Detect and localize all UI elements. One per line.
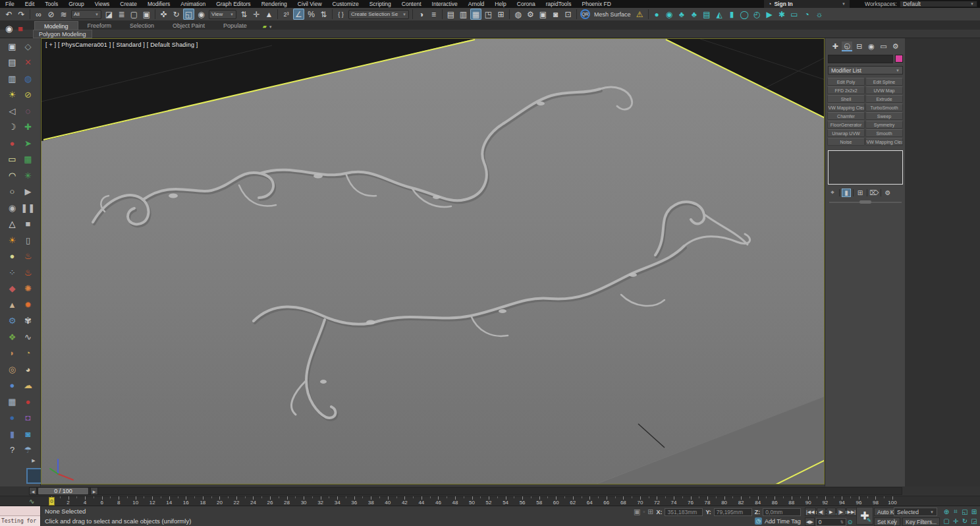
layer-manager-icon[interactable]: ▤ <box>445 9 456 20</box>
named-selection-set-dropdown[interactable]: Create Selection Se▼ <box>348 10 409 19</box>
delete-tool-icon[interactable]: ✕ <box>22 56 35 69</box>
note-icon[interactable]: ▭ <box>6 153 19 166</box>
menu-item-edit[interactable]: Edit <box>20 0 40 8</box>
modifier-button-sweep-9[interactable]: Sweep <box>865 112 903 120</box>
fire-icon[interactable]: ♨ <box>22 250 35 263</box>
track-bar[interactable]: ∿ 0 024681012141618202224262830323436384… <box>0 496 980 506</box>
set-key-button[interactable]: Set Key <box>874 517 900 526</box>
modifier-list-dropdown[interactable]: Modifier List ▼ <box>828 66 903 74</box>
gear-icon[interactable]: ⚙ <box>6 314 19 328</box>
modifier-button-edit-spline-1[interactable]: Edit Spline <box>865 78 903 86</box>
set-keys-button[interactable]: ✚✎ <box>856 507 873 525</box>
modifier-button-symmetry-11[interactable]: Symmetry <box>865 121 903 129</box>
menu-item-group[interactable]: Group <box>63 0 90 8</box>
modifier-button-extrude-5[interactable]: Extrude <box>865 95 903 103</box>
show-end-result-icon[interactable]: ▮ <box>842 189 851 197</box>
green-burst-icon[interactable]: ✳ <box>22 169 35 182</box>
hierarchy-tab[interactable]: ⊟ <box>854 42 865 51</box>
key-icon[interactable]: ⊙ <box>848 519 853 525</box>
zoom-icon[interactable]: ⊕ <box>942 507 951 516</box>
forest-pack-icon[interactable]: ♣ <box>676 9 688 20</box>
toggle-ribbon-icon[interactable]: ▦ <box>470 9 481 20</box>
leaf-icon[interactable]: ❖ <box>6 330 19 343</box>
menu-item-create[interactable]: Create <box>115 0 142 8</box>
burst-icon[interactable]: ✹ <box>22 298 35 311</box>
use-pivot-icon[interactable]: ⇅ <box>238 9 250 20</box>
teapot-icon[interactable]: ◉ <box>6 201 19 214</box>
red-orb-icon[interactable]: ● <box>22 395 35 408</box>
isolate-selection-icon[interactable]: ▣ <box>634 508 640 516</box>
modifier-button-edit-poly-0[interactable]: Edit Poly <box>827 78 865 86</box>
previous-frame-arrow[interactable]: ◀ <box>29 487 37 495</box>
maximize-viewport-icon[interactable]: ◲ <box>969 516 979 525</box>
light-lister-icon[interactable]: ● <box>651 9 663 20</box>
pin-stack-icon[interactable]: ⌖ <box>828 189 837 197</box>
toolbar-expand-icon[interactable]: ▶ <box>30 457 37 464</box>
blue-ball-icon[interactable]: ● <box>6 379 19 392</box>
spinner-snap-icon[interactable]: ⇅ <box>318 9 329 20</box>
tab-populate[interactable]: Populate <box>214 21 256 30</box>
lamp-tool-icon[interactable]: ☼ <box>814 9 825 20</box>
key-filters-button[interactable]: Key Filters... <box>902 517 940 526</box>
sun-positioner-icon[interactable]: ◉ <box>664 9 675 20</box>
zoom-extents-all-icon[interactable]: ⊞ <box>969 507 979 516</box>
sun-icon[interactable]: ☀ <box>6 233 19 247</box>
select-manipulate-icon[interactable]: ✛ <box>251 9 262 20</box>
next-frame-arrow[interactable]: ▶ <box>90 487 98 495</box>
display-panel-icon[interactable]: ▣ <box>6 40 19 53</box>
redo-icon[interactable]: ↷ <box>16 9 27 20</box>
object-name-field[interactable] <box>828 55 893 63</box>
y-coordinate-field[interactable]: 79,195mm <box>714 508 752 516</box>
curve-editor-icon[interactable]: ◳ <box>483 9 494 20</box>
current-frame-marker[interactable]: 0 <box>49 497 55 506</box>
door-tool-icon[interactable]: ▮ <box>726 9 738 20</box>
panel-tool-icon[interactable]: ▭ <box>789 9 800 20</box>
go-to-start-button[interactable]: |◀◀ <box>805 508 816 516</box>
menu-item-graph-editors[interactable]: Graph Editors <box>211 0 256 8</box>
orbit-icon[interactable]: ↻ <box>960 516 969 525</box>
modifier-button-turbosmooth-7[interactable]: TurboSmooth <box>865 103 903 111</box>
flame-icon[interactable]: ♨ <box>22 266 35 279</box>
modifier-button-noise-14[interactable]: Noise <box>827 138 865 146</box>
rect-select-region-icon[interactable]: ▢ <box>128 9 140 20</box>
modifier-button-ffd-2x2x2-2[interactable]: FFD 2x2x2 <box>827 86 865 94</box>
modifier-button-uvw-map-3[interactable]: UVW Map <box>865 86 903 94</box>
maxscript-mini-listener[interactable]: Testing for : <box>0 506 41 526</box>
selection-lock-icon[interactable]: ▫ <box>643 509 645 515</box>
spreadsheet-icon[interactable]: ▤ <box>6 56 19 69</box>
play-icon[interactable]: ▶ <box>22 185 35 198</box>
viewport-canvas[interactable] <box>41 39 825 484</box>
menu-item-views[interactable]: Views <box>90 0 115 8</box>
bind-spacewarp-icon[interactable]: ≋ <box>58 9 69 20</box>
red-cube-icon[interactable]: ■ <box>18 24 23 34</box>
tab-selection[interactable]: Selection <box>121 21 163 30</box>
menu-item-animation[interactable]: Animation <box>175 0 211 8</box>
scatter-icon[interactable]: ♣ <box>689 9 700 20</box>
zoom-region-icon[interactable]: ▢ <box>942 516 951 525</box>
tab-freeform[interactable]: Freeform <box>78 21 121 30</box>
container-icon[interactable]: ▮ <box>6 427 19 440</box>
rendered-frame-icon[interactable]: ▣ <box>537 9 549 20</box>
next-frame-button[interactable]: |▶ <box>836 508 846 516</box>
render-iterative-icon[interactable]: ⊡ <box>562 9 574 20</box>
transform-typein-icon[interactable]: ⊞ <box>647 508 653 516</box>
dome-icon[interactable]: ◠ <box>6 169 19 182</box>
measure-tool-icon[interactable]: ◔ <box>802 9 813 20</box>
pyramid-icon[interactable]: ▲ <box>6 298 19 311</box>
pause-icon[interactable]: ❚❚ <box>22 201 35 214</box>
select-move-icon[interactable]: ✜ <box>158 9 169 20</box>
moon-icon[interactable]: ☽ <box>6 121 19 134</box>
configure-modifier-icon[interactable]: ⚙ <box>883 189 892 197</box>
trash-icon[interactable]: ▯ <box>22 233 35 247</box>
scissors-icon[interactable]: ⊘ <box>22 88 35 102</box>
motion-tab[interactable]: ◉ <box>866 42 877 51</box>
umbrella-icon[interactable]: ☂ <box>22 444 35 457</box>
menu-item-rapidtools[interactable]: rapidTools <box>541 0 577 8</box>
make-unique-icon[interactable]: ⊞ <box>856 189 865 197</box>
maxscript-icon[interactable]: { } <box>335 9 346 20</box>
modifier-button-shell-4[interactable]: Shell <box>827 95 865 103</box>
schematic-view-icon[interactable]: ⊞ <box>495 9 506 20</box>
beer-icon[interactable]: ◔ <box>22 347 35 360</box>
sphere-icon[interactable]: ○ <box>6 185 19 198</box>
material-editor-icon[interactable]: ◍ <box>512 9 524 20</box>
